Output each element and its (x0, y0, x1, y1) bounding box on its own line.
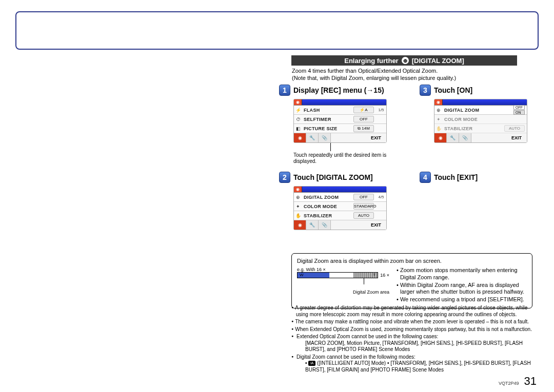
clip-tab-icon: 📎 (319, 220, 331, 230)
menu-item-label: DIGITAL ZOOM (443, 108, 513, 113)
notes-list: A greater degree of distortion may be ge… (291, 305, 540, 374)
selftimer-icon: ⏱ (294, 117, 302, 122)
color-mode-icon: ✦ (294, 204, 302, 209)
zoom-bar: W T (297, 272, 378, 278)
info-bullet: • Within Digital Zoom range, AF area is … (397, 282, 527, 296)
menu-page-indicator: 1/5 (376, 108, 386, 112)
note-text: Digital Zoom cannot be used in the follo… (296, 354, 416, 360)
chapter-outline-box (15, 11, 539, 50)
stabilizer-icon: ✋ (294, 213, 302, 218)
step-number-badge: 4 (420, 172, 431, 183)
menu-item-label: FLASH (302, 108, 353, 113)
menu-item-label: STABILIZER (443, 126, 504, 131)
step-number-badge: 2 (279, 172, 290, 183)
document-id: VQT2P49 (499, 381, 519, 386)
step-3-head: 3 Touch [ON] (420, 85, 536, 96)
page-number: 31 (524, 375, 537, 388)
picture-size-icon: ◧ (294, 126, 302, 131)
info-bullet: • We recommend using a tripod and [SELFT… (397, 296, 527, 303)
ia-mode-icon: iA (308, 361, 315, 366)
leader-line (330, 143, 331, 151)
off-option: OFF (513, 105, 525, 110)
zoom-wide-label: W (299, 273, 305, 277)
intro-line: (Note that, with Digital Zoom, enlarging… (292, 75, 528, 82)
clip-tab-icon: 📎 (319, 133, 331, 142)
setup-tab-icon: 🔧 (447, 133, 459, 142)
menu-item-value: AUTO (504, 125, 525, 132)
zoom-bar-demo: e.g. With 16 × W T 16 × Digital Zoom are… (297, 267, 389, 304)
note-item: Digital Zoom cannot be used in the follo… (291, 354, 540, 374)
setup-tab-icon: 🔧 (306, 133, 319, 142)
intro-text: Zoom 4 times further than Optical/Extend… (292, 68, 528, 82)
rec-tab-icon: ◉ (294, 220, 306, 230)
note-text: Extended Optical Zoom cannot be used in … (296, 334, 438, 339)
menu-item-value: ⚡A (353, 107, 374, 113)
step-number-badge: 1 (279, 85, 290, 96)
rec-tab-icon: ◉ (294, 133, 306, 142)
digital-zoom-area-label: Digital Zoom area (297, 290, 389, 295)
steps-grid: 1 Display [REC] menu (→15) ◉ ⚡FLASH⚡A1/5… (279, 85, 541, 233)
menu-item-label: SELFTIMER (302, 117, 353, 122)
menu-item-label: STABILIZER (302, 213, 353, 218)
clip-tab-icon: 📎 (459, 133, 471, 142)
setup-tab-icon: 🔧 (306, 220, 319, 230)
info-bullets: • Zoom motion stops momentarily when ent… (397, 267, 527, 304)
menu-item-value: ⧉ 14M (353, 125, 374, 132)
menu-item-label: COLOR MODE (443, 117, 527, 122)
zoom-tele-label: T (372, 273, 377, 277)
step-title: Touch [DIGITAL ZOOM] (293, 173, 373, 181)
menu-item-value: STANDARD (353, 203, 374, 210)
rec-menu-screenshot-3: ◉ ⊕DIGITAL ZOOMOFFON ✦COLOR MODE ✋STABIL… (434, 99, 527, 143)
menu-page-indicator: 4/5 (376, 195, 386, 199)
section-title-prefix: Enlarging further (344, 57, 398, 65)
note-sub-text: ([INTELLIGENT AUTO] Mode) • [TRANSFORM],… (305, 360, 531, 373)
magnify-icon: ⊕ (402, 57, 409, 64)
rec-menu-screenshot-2: ◉ ⊕DIGITAL ZOOMOFF4/5 ✦COLOR MODESTANDAR… (293, 186, 387, 230)
note-item: Extended Optical Zoom cannot be used in … (291, 334, 540, 353)
step-1-head: 1 Display [REC] menu (→15) (279, 85, 414, 96)
section-title-bar: Enlarging further ⊕ [DIGITAL ZOOM] (291, 55, 517, 66)
step-4-head: 4 Touch [EXIT] (420, 172, 536, 183)
digital-zoom-icon: ⊕ (294, 195, 302, 200)
leader-line (364, 278, 364, 284)
step-title: Display [REC] menu (→15) (293, 86, 384, 94)
menu-item-label: COLOR MODE (302, 204, 353, 209)
menu-item-value: OFF (353, 116, 374, 122)
note-item: When Extended Optical Zoom is used, zoom… (291, 326, 540, 333)
on-option: ON (513, 110, 525, 115)
note-sub: • iA ([INTELLIGENT AUTO] Mode) • [TRANSF… (296, 360, 540, 373)
menu-item-value: OFF (353, 194, 374, 200)
rec-menu-screenshot-1: ◉ ⚡FLASH⚡A1/5 ⏱SELFTIMEROFF ◧PICTURE SIZ… (293, 99, 387, 143)
note-item: The camera may make a rattling noise and… (291, 319, 540, 325)
page-footer: VQT2P49 31 (499, 375, 537, 388)
step-title: Touch [ON] (434, 86, 472, 94)
rec-tab-icon: ◉ (434, 133, 447, 142)
info-bullet: • Zoom motion stops momentarily when ent… (397, 267, 527, 281)
step-number-badge: 3 (420, 85, 431, 96)
info-box-heading: Digital Zoom area is displayed within zo… (297, 258, 527, 264)
digital-zoom-info-box: Digital Zoom area is displayed within zo… (291, 253, 532, 308)
camera-icon: ◉ (434, 99, 443, 105)
color-mode-icon: ✦ (434, 117, 443, 122)
camera-icon: ◉ (294, 187, 302, 192)
zoom-multiplier: 16 × (380, 273, 389, 278)
digital-zoom-icon: ⊕ (434, 108, 443, 113)
flash-icon: ⚡ (294, 108, 302, 113)
stabilizer-icon: ✋ (434, 126, 443, 131)
exit-button: EXIT (366, 220, 386, 230)
exit-button: EXIT (506, 133, 527, 142)
menu-item-value: AUTO (353, 212, 374, 219)
section-title-suffix: [DIGITAL ZOOM] (412, 57, 464, 65)
note-item: A greater degree of distortion may be ge… (291, 305, 540, 318)
screenshot-caption: Touch repeatedly until the desired item … (293, 152, 391, 164)
step-2-head: 2 Touch [DIGITAL ZOOM] (279, 172, 414, 183)
zoom-example-label: e.g. With 16 × (297, 267, 389, 272)
note-sub: [MACRO ZOOM], Motion Picture, [TRANSFORM… (296, 340, 540, 353)
camera-icon: ◉ (294, 99, 302, 105)
step-title: Touch [EXIT] (434, 173, 478, 181)
menu-item-label: DIGITAL ZOOM (302, 195, 353, 200)
menu-item-label: PICTURE SIZE (302, 126, 353, 131)
intro-line: Zoom 4 times further than Optical/Extend… (292, 68, 528, 75)
exit-button: EXIT (366, 133, 386, 142)
